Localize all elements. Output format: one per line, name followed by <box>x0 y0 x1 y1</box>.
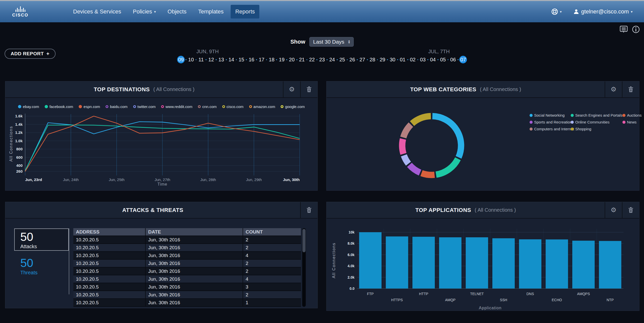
time-range-select[interactable]: Last 30 Days ▲▼ <box>309 37 353 47</box>
legend-item-social-networking[interactable]: Social Networking <box>530 113 570 117</box>
legend-item-news[interactable]: News <box>622 120 641 124</box>
table-row[interactable]: 10.20.20.5Jun, 30th 20162 <box>73 260 301 267</box>
legend-item-online-communities[interactable]: Online Communities <box>571 120 621 124</box>
legend-item-www-reddit-com[interactable]: www.reddit.com <box>161 104 192 109</box>
threats-count: 50 <box>20 257 69 269</box>
timeline-day-11[interactable]: 11 <box>197 56 205 63</box>
legend-item-computers-and-internet[interactable]: Computers and Internet <box>530 127 570 131</box>
table-row[interactable]: 10.20.20.5Jun, 30th 20164 <box>73 252 301 260</box>
timeline-dash <box>266 59 267 60</box>
legend-item-espn-com[interactable]: espn.com <box>79 104 100 109</box>
timeline-day-05[interactable]: 05 <box>439 56 447 63</box>
timeline-day-14[interactable]: 14 <box>228 56 235 63</box>
legend-item-cnn-com[interactable]: cnn.com <box>198 104 217 109</box>
nav-item-reports[interactable]: Reports <box>231 5 259 19</box>
legend-label: Online Communities <box>575 120 609 124</box>
timeline-day-07[interactable]: 07 <box>459 56 467 63</box>
nav-item-objects[interactable]: Objects <box>163 5 191 18</box>
timeline-day-18[interactable]: 18 <box>268 56 275 63</box>
timeline-day-28[interactable]: 28 <box>369 56 376 63</box>
legend-item-twitter-com[interactable]: twitter.com <box>133 104 156 109</box>
timeline-day-25[interactable]: 25 <box>338 56 346 63</box>
legend-item-shopping[interactable]: Shopping <box>571 127 621 131</box>
panel-settings-button[interactable]: ⚙ <box>605 202 622 218</box>
timeline-day-16[interactable]: 16 <box>248 56 255 63</box>
panel-title: TOP WEB CATEGORIES <box>410 86 476 93</box>
svg-text:Jun, 25th: Jun, 25th <box>109 177 125 182</box>
user-menu-button[interactable]: gtelner@cisco.com ▾ <box>573 8 633 15</box>
table-row[interactable]: 10.20.20.5Jun, 30th 20164 <box>73 275 301 283</box>
legend-label: Computers and Internet <box>534 127 574 131</box>
timeline-day-04[interactable]: 04 <box>429 56 437 63</box>
timeline-day-29[interactable]: 29 <box>379 56 386 63</box>
gear-icon: ⚙ <box>289 85 295 93</box>
table-scrollbar[interactable] <box>302 228 306 307</box>
svg-text:All Connections: All Connections <box>9 126 13 162</box>
timeline-day-01[interactable]: 01 <box>399 56 406 63</box>
legend-label: Search Engines and Portals <box>575 113 622 117</box>
svg-text:10k: 10k <box>349 230 355 234</box>
timeline-dash <box>397 59 398 60</box>
legend-item-ebay-com[interactable]: ebay.com <box>18 104 39 109</box>
timeline-day-09[interactable]: 09 <box>177 56 185 63</box>
timeline-day-19[interactable]: 19 <box>278 56 285 63</box>
legend-item-amazon-com[interactable]: amazon.com <box>249 104 275 109</box>
nav-item-label: Objects <box>167 8 187 15</box>
panel-delete-button[interactable] <box>300 81 317 97</box>
cisco-logo-bars-icon <box>15 6 25 12</box>
timeline-day-03[interactable]: 03 <box>419 56 427 63</box>
table-cell: 2 <box>243 291 301 298</box>
table-row[interactable]: 10.20.20.5Jun, 30th 20162 <box>73 291 301 299</box>
nav-item-policies[interactable]: Policies▾ <box>128 5 161 18</box>
plus-icon: + <box>46 51 49 57</box>
trash-icon <box>628 86 633 92</box>
legend-item-google-com[interactable]: google.com <box>281 104 305 109</box>
legend-item-auctions[interactable]: Auctions <box>622 113 641 117</box>
legend-item-baidu-com[interactable]: baidu.com <box>106 104 127 109</box>
scrollbar-thumb[interactable] <box>302 229 306 252</box>
timeline-day-21[interactable]: 21 <box>298 56 306 63</box>
timeline-day-10[interactable]: 10 <box>187 56 195 63</box>
timeline-day-24[interactable]: 24 <box>328 56 336 63</box>
table-row[interactable]: 10.20.20.5Jun, 30th 20162 <box>73 267 301 275</box>
feedback-comment-button[interactable] <box>620 26 628 34</box>
legend-item-facebook-com[interactable]: facebook.com <box>45 104 73 109</box>
legend-label: baidu.com <box>110 104 127 109</box>
timeline-day-13[interactable]: 13 <box>217 56 225 63</box>
nav-item-templates[interactable]: Templates <box>194 5 228 18</box>
timeline-day-17[interactable]: 17 <box>258 56 265 63</box>
legend-item-search-engines-and-portals[interactable]: Search Engines and Portals <box>571 113 621 117</box>
timeline-day-30[interactable]: 30 <box>389 56 396 63</box>
panel-delete-button[interactable] <box>622 202 639 218</box>
table-row[interactable]: 10.20.20.5Jun, 30th 20162 <box>73 236 301 244</box>
timeline-day-23[interactable]: 23 <box>318 56 326 63</box>
table-row[interactable]: 10.20.20.5Jun, 30th 20162 <box>73 244 301 252</box>
svg-text:TELNET: TELNET <box>470 292 484 296</box>
nav-item-devices-services[interactable]: Devices & Services <box>69 5 126 18</box>
timeline-day-02[interactable]: 02 <box>409 56 417 63</box>
timeline-day-15[interactable]: 15 <box>238 56 245 63</box>
table-row[interactable]: 10.20.20.5Jun, 30th 20163 <box>73 283 301 291</box>
attacks-stat-card[interactable]: 50 Attacks <box>14 228 69 251</box>
legend-item-cisco-com[interactable]: cisco.com <box>222 104 244 109</box>
legend-item-sports-and-recreation[interactable]: Sports and Recreation <box>530 120 570 124</box>
timeline-day-22[interactable]: 22 <box>308 56 316 63</box>
help-menu-button[interactable]: ▾ <box>551 8 562 15</box>
panel-settings-button[interactable]: ⚙ <box>605 81 622 97</box>
timeline-day-27[interactable]: 27 <box>359 56 366 63</box>
panel-settings-button[interactable]: ⚙ <box>283 81 300 97</box>
timeline-day-26[interactable]: 26 <box>348 56 356 63</box>
column-header-count: COUNT <box>243 228 301 236</box>
timeline-day-20[interactable]: 20 <box>288 56 296 63</box>
timeline-day-06[interactable]: 06 <box>449 56 457 63</box>
timeline-dash <box>296 59 297 60</box>
svg-text:Jun, 30th: Jun, 30th <box>283 177 300 182</box>
table-row[interactable]: 10.20.20.5Jun. 30th 20161 <box>73 299 301 307</box>
timeline-day-12[interactable]: 12 <box>207 56 215 63</box>
panel-delete-button[interactable] <box>300 202 317 218</box>
add-report-button[interactable]: ADD REPORT + <box>5 49 56 59</box>
threats-stat-card[interactable]: 50 Threats <box>14 257 69 276</box>
timeline-dash <box>437 59 438 60</box>
panel-delete-button[interactable] <box>622 81 639 97</box>
info-button[interactable] <box>632 25 640 34</box>
